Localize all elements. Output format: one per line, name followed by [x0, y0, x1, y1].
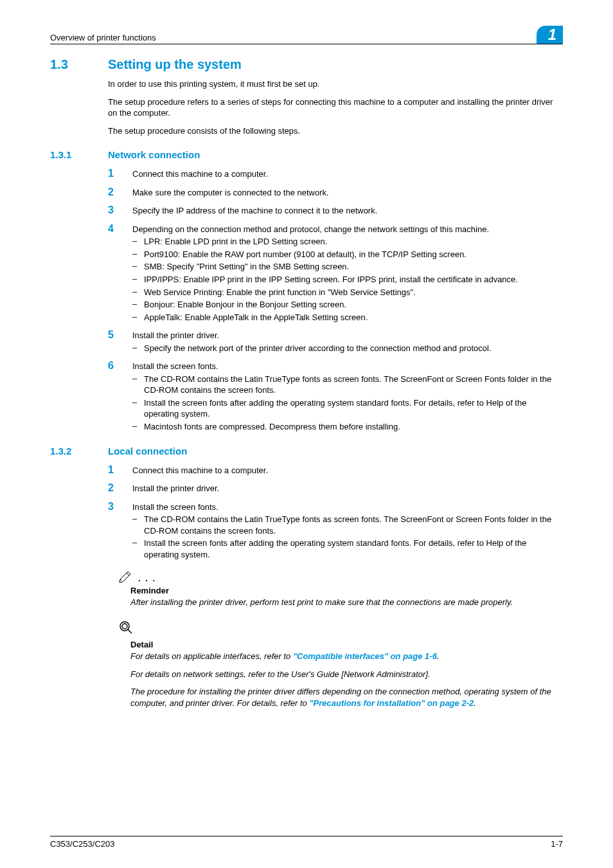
step-number: 1: [108, 464, 132, 476]
heading-number: 1.3.1: [50, 149, 108, 160]
step-text: Install the screen fonts.: [132, 360, 563, 372]
step-text: Specify the IP address of the machine to…: [132, 204, 563, 217]
intro-block: In order to use this printing system, it…: [108, 78, 563, 136]
heading-title: Local connection: [108, 446, 187, 457]
substep: –Install the screen fonts after adding t…: [132, 538, 563, 560]
substep-text: SMB: Specify "Print Setting" in the SMB …: [144, 261, 563, 273]
sec132-body: 1 Connect this machine to a computer. 2 …: [108, 464, 563, 709]
step-text: Make sure the computer is connected to t…: [132, 186, 563, 199]
heading-1-3-1: 1.3.1 Network connection: [50, 149, 563, 160]
heading-title: Setting up the system: [108, 57, 242, 72]
substep-text: AppleTalk: Enable AppleTalk in the Apple…: [144, 312, 563, 323]
step-text: Depending on the connection method and p…: [132, 223, 563, 235]
intro-p1: In order to use this printing system, it…: [108, 78, 563, 90]
substep: –LPR: Enable LPD print in the LPD Settin…: [132, 236, 563, 248]
bullet-dash: –: [132, 274, 144, 285]
reminder-label: Reminder: [130, 586, 563, 595]
reminder-note: . . . Reminder After installing the prin…: [118, 568, 563, 608]
step-number: 4: [108, 223, 132, 235]
substep: –Port9100: Enable the RAW port number (9…: [132, 249, 563, 260]
substep: –The CD-ROM contains the Latin TrueType …: [132, 514, 563, 536]
detail-label: Detail: [130, 640, 563, 649]
substep: –IPP/IPPS: Enable IPP print in the IPP S…: [132, 274, 563, 285]
step-text: Connect this machine to a computer.: [132, 168, 563, 180]
note-pencil-icon: [118, 568, 137, 583]
page: Overview of printer functions 1 1.3 Sett…: [0, 0, 613, 868]
heading-number: 1.3.2: [50, 446, 108, 457]
substep-text: Specify the network port of the printer …: [144, 343, 563, 354]
heading-number: 1.3: [50, 57, 108, 72]
header-section-title: Overview of printer functions: [50, 33, 156, 42]
link-compatible-interfaces[interactable]: "Compatible interfaces" on page 1-6: [293, 651, 437, 661]
substep-text: Install the screen fonts after adding th…: [144, 397, 563, 420]
detail-p2: For details on network settings, refer t…: [130, 669, 563, 680]
substep: –AppleTalk: Enable AppleTalk in the Appl…: [132, 312, 563, 323]
detail-p1-post: .: [437, 651, 440, 661]
substep: –Macintosh fonts are compressed. Decompr…: [132, 421, 563, 433]
intro-p2: The setup procedure refers to a series o…: [108, 96, 563, 119]
step-number: 1: [108, 168, 132, 179]
intro-p3: The setup procedure consists of the foll…: [108, 125, 563, 137]
step-number: 6: [108, 360, 132, 372]
step-number: 3: [108, 501, 132, 512]
bullet-dash: –: [132, 538, 144, 560]
heading-1-3-2: 1.3.2 Local connection: [50, 446, 563, 457]
detail-p1: For details on applicable interfaces, re…: [130, 651, 563, 662]
step-number: 5: [108, 329, 132, 341]
step-text: Connect this machine to a computer.: [132, 464, 563, 476]
substep-text: Macintosh fonts are compressed. Decompre…: [144, 421, 563, 433]
footer-model: C353/C253/C203: [50, 839, 114, 849]
detail-p3-post: .: [474, 698, 476, 708]
note-magnifier-icon: [118, 620, 137, 635]
step: 1 Connect this machine to a computer.: [108, 464, 563, 476]
substep-text: Install the screen fonts after adding th…: [144, 538, 563, 560]
step: 5 Install the printer driver.: [108, 329, 563, 341]
bullet-dash: –: [132, 236, 144, 248]
chapter-number-tab: 1: [537, 26, 563, 44]
bullet-dash: –: [132, 299, 144, 311]
step: 3 Specify the IP address of the machine …: [108, 204, 563, 217]
svg-point-1: [122, 624, 127, 629]
detail-p3: The procedure for installing the printer…: [130, 686, 563, 709]
svg-line-2: [128, 629, 132, 633]
bullet-dash: –: [132, 421, 144, 433]
substep: –Web Service Printing: Enable the print …: [132, 287, 563, 298]
heading-title: Network connection: [108, 149, 200, 160]
step: 3 Install the screen fonts.: [108, 501, 563, 513]
step-number: 2: [108, 186, 132, 198]
svg-point-0: [120, 622, 129, 631]
substep-text: Bonjour: Enable Bonjour in the Bonjour S…: [144, 299, 563, 311]
substep-text: LPR: Enable LPD print in the LPD Setting…: [144, 236, 563, 248]
substep: –Bonjour: Enable Bonjour in the Bonjour …: [132, 299, 563, 311]
heading-1-3: 1.3 Setting up the system: [50, 57, 563, 72]
step-text: Install the screen fonts.: [132, 501, 563, 513]
reminder-body: After installing the printer driver, per…: [130, 597, 563, 608]
sec131-body: 1 Connect this machine to a computer. 2 …: [108, 168, 563, 432]
bullet-dash: –: [132, 374, 144, 396]
bullet-dash: –: [132, 514, 144, 536]
page-footer: C353/C253/C203 1-7: [50, 836, 563, 849]
step: 4 Depending on the connection method and…: [108, 223, 563, 235]
step-number: 2: [108, 482, 132, 494]
page-header: Overview of printer functions 1: [50, 26, 563, 44]
substep-text: Port9100: Enable the RAW port number (91…: [144, 249, 563, 260]
bullet-dash: –: [132, 287, 144, 298]
step: 2 Make sure the computer is connected to…: [108, 186, 563, 199]
substep: –The CD-ROM contains the Latin TrueType …: [132, 374, 563, 396]
step-text: Install the printer driver.: [132, 482, 563, 494]
bullet-dash: –: [132, 397, 144, 420]
step: 2 Install the printer driver.: [108, 482, 563, 494]
link-precautions-installation[interactable]: "Precautions for installation" on page 2…: [309, 698, 474, 708]
bullet-dash: –: [132, 249, 144, 260]
step: 6 Install the screen fonts.: [108, 360, 563, 372]
step-text: Install the printer driver.: [132, 329, 563, 341]
substep-text: The CD-ROM contains the Latin TrueType f…: [144, 374, 563, 396]
detail-p1-pre: For details on applicable interfaces, re…: [130, 651, 293, 661]
detail-note: Detail For details on applicable interfa…: [118, 620, 563, 709]
substep: –Specify the network port of the printer…: [132, 343, 563, 354]
bullet-dash: –: [132, 312, 144, 323]
substep-text: IPP/IPPS: Enable IPP print in the IPP Se…: [144, 274, 563, 285]
bullet-dash: –: [132, 261, 144, 273]
step-number: 3: [108, 204, 132, 216]
footer-page-number: 1-7: [551, 839, 563, 849]
